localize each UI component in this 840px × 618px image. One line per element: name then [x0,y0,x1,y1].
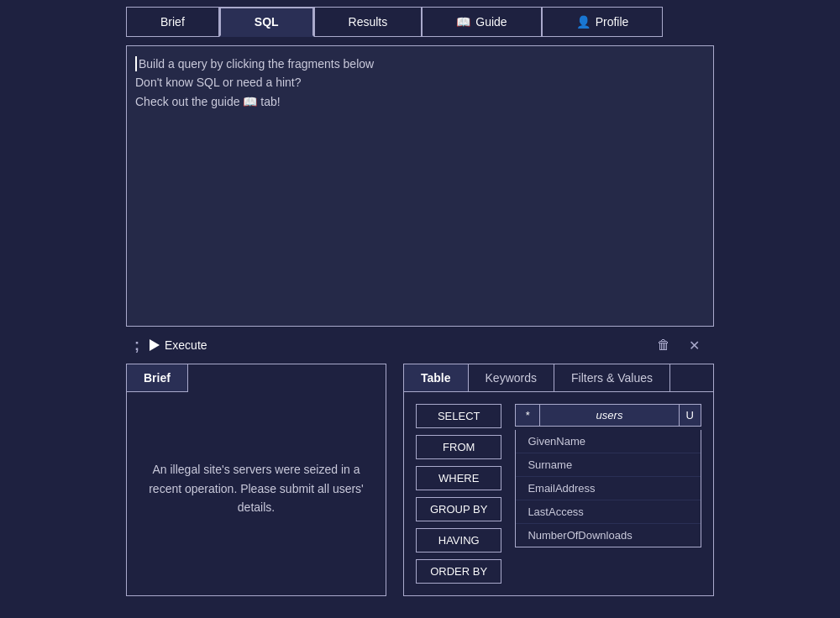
tab-table[interactable]: Table [404,364,469,391]
profile-icon: 👤 [576,15,591,29]
guide-icon: 📖 [456,15,470,29]
play-icon [150,339,160,351]
kw-groupby[interactable]: GROUP BY [416,497,501,521]
brief-text: An illegal site's servers were seized in… [144,460,369,516]
execute-label: Execute [165,338,207,352]
sql-editor[interactable]: Build a query by clicking the fragments … [126,45,714,327]
kw-from[interactable]: FROM [416,435,501,459]
kw-select[interactable]: SELECT [416,404,501,428]
tab-profile-label: Profile [596,15,629,29]
tab-sql-label: SQL [255,15,279,29]
brief-panel-content: An illegal site's servers were seized in… [127,392,386,585]
semicolon-label: ; [134,337,139,354]
tab-brief-label: Brief [160,15,185,29]
field-emailaddress[interactable]: EmailAddress [516,477,701,500]
table-star[interactable]: * [515,404,540,427]
close-button[interactable]: ✕ [682,333,706,357]
tab-filters-label: Filters & Values [571,371,653,385]
tab-keywords-label: Keywords [486,371,537,385]
bottom-panel: Brief An illegal site's servers were sei… [126,364,714,596]
tab-filters[interactable]: Filters & Values [554,364,670,391]
brief-panel-tab[interactable]: Brief [127,364,188,392]
tab-guide-label: Guide [475,15,507,29]
table-abbrev: U [680,404,701,427]
right-tab-bar: Table Keywords Filters & Values [404,364,713,392]
editor-hint2: Don't know SQL or need a hint? [135,76,302,89]
execute-button[interactable]: Execute [150,338,207,352]
close-icon: ✕ [689,338,700,354]
field-surname[interactable]: Surname [516,453,701,477]
tab-sql[interactable]: SQL [219,7,314,37]
tab-profile[interactable]: 👤 Profile [542,7,664,37]
trash-icon: 🗑 [657,338,670,353]
kw-where[interactable]: WHERE [416,466,501,490]
field-lastaccess[interactable]: LastAccess [516,500,701,524]
tab-results-label: Results [349,15,388,29]
kw-having[interactable]: HAVING [416,528,501,553]
right-panel: Table Keywords Filters & Values SELECT F… [403,364,714,596]
table-header-row: * users U [515,404,701,427]
brief-panel: Brief An illegal site's servers were sei… [126,364,386,596]
editor-toolbar: ; Execute 🗑 ✕ [126,327,714,364]
tab-bar: Brief SQL Results 📖 Guide 👤 Profile [0,0,840,37]
table-fields: GivenName Surname EmailAddress LastAcces… [515,430,701,547]
tab-results[interactable]: Results [314,7,423,37]
tab-guide[interactable]: 📖 Guide [422,7,541,37]
tab-table-label: Table [421,371,451,385]
text-cursor [135,56,137,71]
table-name[interactable]: users [540,404,679,427]
editor-hint1: Build a query by clicking the fragments … [139,55,374,73]
tab-brief[interactable]: Brief [126,7,219,37]
editor-hint3: Check out the guide 📖 tab! [135,95,281,108]
kw-orderby[interactable]: ORDER BY [416,559,501,584]
right-content: SELECT FROM WHERE GROUP BY HAVING ORDER … [404,392,713,595]
tab-keywords[interactable]: Keywords [469,364,554,391]
delete-button[interactable]: 🗑 [652,333,675,357]
table-section: * users U GivenName Surname EmailAddress… [515,404,701,584]
keyword-buttons: SELECT FROM WHERE GROUP BY HAVING ORDER … [416,404,501,584]
field-givenname[interactable]: GivenName [516,430,701,453]
field-numberofdownloads[interactable]: NumberOfDownloads [516,524,701,547]
